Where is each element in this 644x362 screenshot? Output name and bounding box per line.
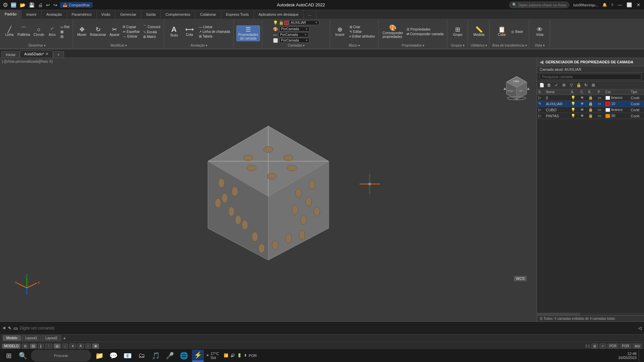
search-box[interactable]: 🔍 Digite palavra-chave ou frase xyxy=(509,2,569,8)
tab-add-btn[interactable]: + xyxy=(53,51,64,58)
tab-complementos[interactable]: Complementos xyxy=(161,10,195,19)
layer-tool-current[interactable]: ✓ xyxy=(553,82,560,88)
tab-aplicativos[interactable]: Aplicativos em destaque xyxy=(254,10,304,19)
show-desktop-btn[interactable] xyxy=(639,350,641,362)
layer-tool-delete[interactable]: 🗑 xyxy=(546,82,552,88)
tab-gerenciar[interactable]: Gerenciar xyxy=(115,10,141,19)
btn-escala[interactable]: ⤡ Escala xyxy=(142,30,162,34)
taskbar-files[interactable]: 📁 xyxy=(93,350,105,362)
layer-row-auxiliar[interactable]: ✎ AUXILIAR 💡 ❄ 🔒 ▭ 10 Conti xyxy=(537,101,644,107)
layer-dropdown-weight[interactable]: PorCamada ▼ xyxy=(279,38,310,43)
btn-editar[interactable]: ✎ Editar xyxy=(348,29,376,34)
btn-criar[interactable]: ⊞ Criar xyxy=(348,25,376,29)
layer-tool-refresh[interactable]: ↻ xyxy=(583,82,589,88)
snap-lw[interactable]: ↕ xyxy=(85,344,91,349)
quick-access-undo[interactable]: ↩ xyxy=(45,2,51,8)
close-btn[interactable]: ✕ xyxy=(636,2,641,8)
quick-access-open[interactable]: 📂 xyxy=(19,2,26,8)
tab-parametrico[interactable]: Paramétrico xyxy=(67,10,97,19)
btn-editar-atrib[interactable]: ≡ Editar atributos xyxy=(348,34,376,39)
btn-matriz[interactable]: ⊞ Matriz xyxy=(142,35,162,39)
tab-aula5dado-close[interactable]: ✕ xyxy=(45,52,49,56)
btn-medida[interactable]: 📏 Medida xyxy=(472,26,486,37)
btn-grupo[interactable]: ⊞ Grupo xyxy=(450,26,465,37)
btn-mover[interactable]: ✥ Mover xyxy=(76,26,88,37)
tab-visao[interactable]: Visão xyxy=(97,10,115,19)
tab-anotacao[interactable]: Anotação xyxy=(42,10,67,19)
btn-circulo[interactable]: ○ Círculo xyxy=(32,26,46,37)
taskbar-music[interactable]: 🎵 xyxy=(150,350,162,362)
btn-hatch[interactable]: ▦ xyxy=(59,29,71,34)
quick-access-redo[interactable]: ↪ xyxy=(53,2,58,8)
cmd-input[interactable] xyxy=(20,326,636,330)
taskbar-browser1[interactable]: 🗂 xyxy=(136,350,148,362)
layer-row-pintas[interactable]: ▷ PINTAS 💡 ❄ 🔒 ▭ 30 Conti xyxy=(537,113,644,119)
help-icon[interactable]: ? xyxy=(611,3,613,7)
snap-por1[interactable]: POR xyxy=(607,344,619,349)
btn-tabela[interactable]: ⊞ Tabela xyxy=(198,34,231,39)
layer-dropdown-main[interactable]: AUXILIAR ▼ xyxy=(289,20,319,25)
user-account[interactable]: luis99henriqu... xyxy=(573,3,598,7)
btn-copiar[interactable]: ⧉ Copiar xyxy=(121,24,141,29)
taskbar-autocad[interactable]: ⚡ xyxy=(192,350,204,362)
btn-texto[interactable]: A Texto xyxy=(167,25,181,38)
layer-tool-lock[interactable]: 🔒 xyxy=(575,82,582,88)
start-button[interactable]: ⊞ xyxy=(3,350,15,362)
btn-propriedades[interactable]: ☰ Propriedades xyxy=(405,27,445,32)
quick-access-print[interactable]: 🖨 xyxy=(37,2,43,8)
snap-osnap[interactable]: ◎ xyxy=(54,344,61,349)
btn-polilinha[interactable]: ⌒ Polilinha xyxy=(16,26,32,37)
tab-saida[interactable]: Saída xyxy=(141,10,161,19)
taskbar-search[interactable]: Procurar xyxy=(31,350,91,362)
btn-rotacionar[interactable]: ↻ Rotacionar xyxy=(89,26,107,37)
snap-snap[interactable]: ⊡ xyxy=(30,344,37,349)
btn-base[interactable]: ◎ Base xyxy=(510,29,524,34)
layer-row-0[interactable]: ▷ 0 💡 ❄ 🔒 ▭ branco Conti xyxy=(537,95,644,101)
layer-search-input[interactable] xyxy=(540,74,641,80)
minimize-btn[interactable]: — xyxy=(617,2,623,8)
snap-tp[interactable]: ⊕ xyxy=(92,344,99,349)
btn-concord[interactable]: ⌒ Concord xyxy=(142,24,162,29)
btn-inserir[interactable]: ⊕ Inserir xyxy=(333,26,347,37)
layer-tool-expand[interactable]: ⊞ xyxy=(590,82,597,88)
search-taskbar-btn[interactable]: 🔍 xyxy=(17,350,29,362)
layout-tab-layout1[interactable]: Layout1 xyxy=(22,335,41,341)
btn-linear[interactable]: — Linear xyxy=(198,25,231,29)
btn-linha[interactable]: ╱ Linha xyxy=(3,26,15,37)
tab-iniciar[interactable]: Iniciar xyxy=(1,51,20,58)
btn-espelhar[interactable]: ⇔ Espelhar xyxy=(121,29,141,34)
btn-esticar[interactable]: ↔ Esticar xyxy=(121,34,141,39)
snap-ortho[interactable]: ∥ xyxy=(38,344,44,349)
tab-padrao[interactable]: Padrão xyxy=(0,10,21,19)
quick-access-save[interactable]: 💾 xyxy=(28,2,35,8)
taskbar-chat[interactable]: 💬 xyxy=(107,350,119,362)
viewcube[interactable]: CIMA ESQU DIR xyxy=(503,75,530,102)
layer-tool-filter[interactable]: ▽ xyxy=(568,82,575,88)
layout-tab-layout2[interactable]: Layout2 xyxy=(42,335,61,341)
snap-viewport[interactable]: ⊞ xyxy=(591,344,598,349)
layer-tool-new[interactable]: 📄 xyxy=(538,82,545,88)
wcs-label[interactable]: WCS xyxy=(514,276,527,281)
maximize-btn[interactable]: ⬜ xyxy=(627,2,632,8)
snap-grid[interactable]: ⊞ xyxy=(22,344,29,349)
taskbar-discord[interactable]: 🎤 xyxy=(164,350,176,362)
layer-dropdown-line[interactable]: PorCamada ▼ xyxy=(278,32,309,37)
snap-icons-row[interactable]: ⊞⊟ xyxy=(633,344,642,349)
btn-cota[interactable]: ⟷ Cota xyxy=(182,26,197,37)
notifications-icon[interactable]: 🔔 xyxy=(602,3,607,7)
tab-aula5dado[interactable]: Aula5Dado* ✕ xyxy=(20,50,53,58)
btn-ret[interactable]: ▭ Ret xyxy=(59,25,71,29)
tab-colaborar[interactable]: Colaborar xyxy=(195,10,221,19)
snap-otrack[interactable]: ⟂ xyxy=(62,344,68,349)
tab-express[interactable]: Express Tools xyxy=(221,10,254,19)
layer-dropdown-color[interactable]: PorCamada ▼ xyxy=(279,26,310,32)
snap-ducs[interactable]: ✦ xyxy=(69,344,76,349)
btn-linha-chamada[interactable]: ↗ Linha de chamada xyxy=(198,29,231,34)
layer-tool-settings[interactable]: ⚙ xyxy=(560,82,567,88)
layout-tab-modelo[interactable]: Modelo xyxy=(3,335,21,341)
share-btn[interactable]: 📤 Compartilhar xyxy=(60,2,93,8)
taskbar-mail[interactable]: 📧 xyxy=(121,350,133,362)
layer-scrollbar[interactable] xyxy=(537,313,644,315)
btn-corresponder-camada[interactable]: ⇄ Corresponder camada xyxy=(405,32,445,36)
taskbar-edge[interactable]: 🌐 xyxy=(178,350,190,362)
